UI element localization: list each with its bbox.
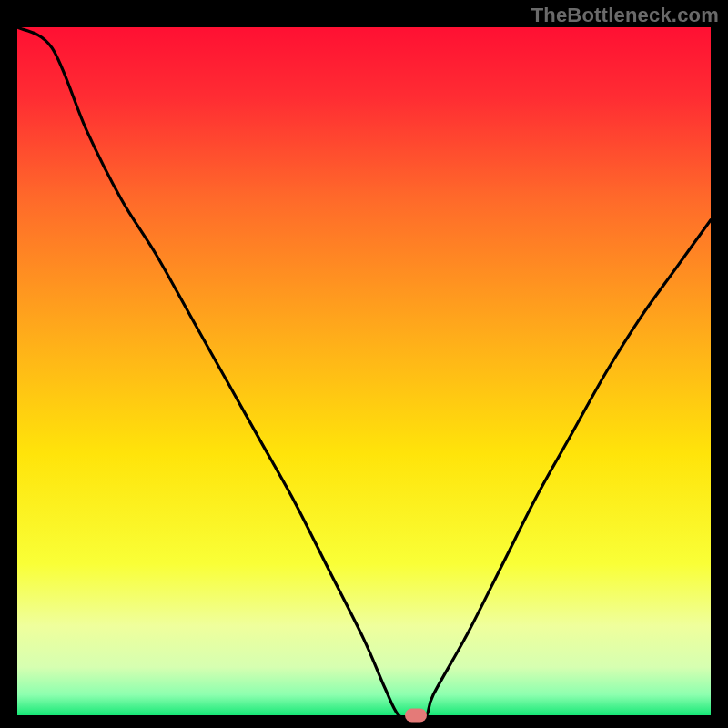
bottleneck-chart	[17, 27, 711, 715]
watermark-text: TheBottleneck.com	[531, 4, 719, 27]
chart-frame: TheBottleneck.com	[0, 0, 728, 728]
